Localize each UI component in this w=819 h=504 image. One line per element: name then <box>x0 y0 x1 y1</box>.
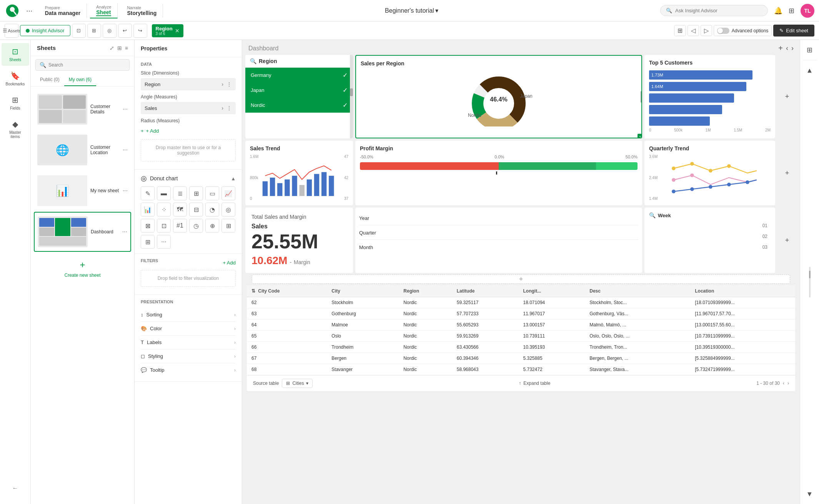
th-latitude[interactable]: Latitude <box>452 285 519 297</box>
sidebar-collapse-arrow[interactable]: ← <box>9 482 22 495</box>
vis-icon-kpi[interactable]: #1 <box>173 219 187 233</box>
nav-left-btn[interactable]: ‹ <box>786 44 788 52</box>
sheet-item-customer-details[interactable]: Customer Details ··· <box>34 90 131 129</box>
region-item-germany[interactable]: Germany ✓ <box>245 68 353 83</box>
slice-field-row[interactable]: Region › ⋮ <box>141 78 236 90</box>
vis-icon-scatter[interactable]: ⁘ <box>157 203 171 216</box>
add-right-btn-2[interactable]: + <box>780 166 794 180</box>
vis-icon-word[interactable]: ⊕ <box>205 219 219 233</box>
vis-icon-treemap[interactable]: ⊟ <box>189 203 203 216</box>
resize-handle[interactable]: ⤡ <box>638 134 642 138</box>
vis-icon-pivot[interactable]: ⊠ <box>141 219 155 233</box>
sidebar-item-bookmarks[interactable]: 🔖 Bookmarks <box>2 67 29 90</box>
add-row-btn[interactable]: + <box>252 274 790 284</box>
vis-icon-hbar[interactable]: ▭ <box>205 186 219 200</box>
cities-dropdown[interactable]: ⊞ Cities ▾ <box>282 379 313 388</box>
sidebar-item-master[interactable]: ◆ Master items <box>2 116 29 143</box>
vis-icon-gauge[interactable]: ◷ <box>189 219 203 233</box>
create-new-sheet[interactable]: + Create new sheet <box>34 253 131 284</box>
tab-my-own[interactable]: My own (6) <box>64 74 96 86</box>
region-item-nordic[interactable]: Nordic ✓ <box>245 98 353 113</box>
angle-field-row[interactable]: Sales › ⋮ <box>141 102 236 114</box>
th-desc[interactable]: Desc <box>585 285 690 297</box>
app-title-chevron[interactable]: ▾ <box>435 7 438 14</box>
sheets-search-box[interactable]: 🔍 <box>35 59 130 71</box>
add-right-btn-3[interactable]: + <box>780 233 794 247</box>
vis-icon-waterfall[interactable]: ⊞ <box>141 235 155 249</box>
sheet-dots-customer-details[interactable]: ··· <box>123 106 128 113</box>
back-btn[interactable]: ◁ <box>687 25 699 36</box>
redo-btn[interactable]: ↪ <box>133 24 147 38</box>
region-item-japan[interactable]: Japan ✓ <box>245 83 353 98</box>
expand-icon[interactable]: ⤢ <box>110 45 114 51</box>
color-item[interactable]: 🎨 Color › <box>141 322 236 336</box>
expand-table-btn[interactable]: ↑ Expand table <box>519 381 550 386</box>
sheet-dots-new-sheet[interactable]: ··· <box>123 187 128 194</box>
vis-icon-line[interactable]: 📈 <box>221 186 235 200</box>
styling-item[interactable]: ◻ Styling › <box>141 349 236 363</box>
filter-month[interactable]: Month <box>359 241 638 254</box>
insight-advisor-btn[interactable]: Insight Advisor <box>20 25 70 36</box>
prev-page-btn[interactable]: ‹ <box>783 381 784 386</box>
notification-icon[interactable]: 🔔 <box>774 7 782 15</box>
tooltip-item[interactable]: 💬 Tooltip › <box>141 363 236 377</box>
angle-expand-icon[interactable]: › <box>221 105 223 111</box>
undo-btn[interactable]: ↩ <box>118 24 132 38</box>
sidebar-item-sheets[interactable]: ⊡ Sheets <box>2 43 29 66</box>
th-region[interactable]: Region <box>399 285 452 297</box>
vis-icon-edit[interactable]: ✎ <box>141 186 155 200</box>
grid-thumb-icon[interactable]: ⊞ <box>117 45 122 51</box>
advanced-options-toggle[interactable]: Advanced options <box>714 25 772 36</box>
th-longitude[interactable]: Longit... <box>519 285 585 297</box>
th-city-code[interactable]: ⇅ City Code <box>247 285 327 297</box>
th-city[interactable]: City <box>327 285 399 297</box>
tab-public[interactable]: Public (0) <box>35 74 64 86</box>
sheet-item-new-sheet[interactable]: 📊 My new sheet ··· <box>34 171 131 210</box>
table-icon-btn[interactable]: ⊞ <box>803 43 817 57</box>
nav-analyze[interactable]: Analyze Sheet <box>90 3 118 18</box>
th-location[interactable]: Location <box>690 285 795 297</box>
labels-item[interactable]: T Labels › <box>141 336 236 349</box>
filter-quarter[interactable]: Quarter <box>359 226 638 240</box>
edit-sheet-btn[interactable]: ✎ Edit sheet <box>773 25 814 37</box>
insight-search-bar[interactable]: 🔍 <box>660 5 768 16</box>
sidebar-item-fields[interactable]: ⊞ Fields <box>2 91 29 114</box>
sheets-search-input[interactable] <box>48 62 110 68</box>
sheet-dots-customer-location[interactable]: ··· <box>123 146 128 153</box>
sheet-item-customer-location[interactable]: 🌐 Customer Location ··· <box>34 130 131 170</box>
next-page-btn[interactable]: › <box>787 381 789 386</box>
sheet-item-dashboard[interactable]: Dashboard ··· <box>34 212 131 252</box>
nav-menu-dots[interactable]: ··· <box>23 5 36 17</box>
vis-icon-flat-table[interactable]: ⊡ <box>157 219 171 233</box>
vis-icon-more[interactable]: ··· <box>157 235 171 249</box>
vis-icon-combo[interactable]: 📊 <box>141 203 155 216</box>
grid-layout-btn[interactable]: ⊞ <box>87 24 101 38</box>
r-scroll-up[interactable]: ▲ <box>803 63 817 77</box>
filters-add-btn[interactable]: + Add <box>223 260 236 266</box>
add-right-btn-1[interactable]: + <box>780 90 794 104</box>
vis-icon-map[interactable]: 🗺 <box>173 203 187 216</box>
vis-icon-stacked[interactable]: ≣ <box>173 186 187 200</box>
grid-icon[interactable]: ⊞ <box>789 7 794 15</box>
vis-icon-bar[interactable]: ▬ <box>157 186 171 200</box>
selection-btn[interactable]: ◎ <box>103 24 117 38</box>
nav-prepare[interactable]: Prepare Data manager <box>39 4 87 18</box>
slice-expand-icon[interactable]: › <box>221 81 223 87</box>
nav-narrate[interactable]: Narrate Storytelling <box>121 4 163 18</box>
vis-icon-pie[interactable]: ◔ <box>205 203 219 216</box>
grid-view-btn[interactable]: ⊞ <box>674 25 686 36</box>
region-badge-close[interactable]: ✕ <box>175 28 180 34</box>
vis-icon-table[interactable]: ⊞ <box>189 186 203 200</box>
add-radius-btn[interactable]: + + Add <box>141 126 236 136</box>
user-avatar[interactable]: TL <box>801 4 814 18</box>
insight-search-input[interactable] <box>675 8 752 13</box>
fwd-btn[interactable]: ▷ <box>701 25 712 36</box>
sheet-dots-dashboard[interactable]: ··· <box>122 228 127 235</box>
nav-right-btn[interactable]: › <box>791 44 794 52</box>
vis-collapse-icon[interactable]: ▲ <box>231 176 236 181</box>
snap-icon-btn[interactable]: ⊡ <box>72 24 86 38</box>
list-icon[interactable]: ≡ <box>125 45 128 51</box>
filter-year[interactable]: Year <box>359 211 638 225</box>
dashboard-add-btn[interactable]: + <box>778 44 783 53</box>
r-scroll-down[interactable]: ▼ <box>803 487 817 501</box>
